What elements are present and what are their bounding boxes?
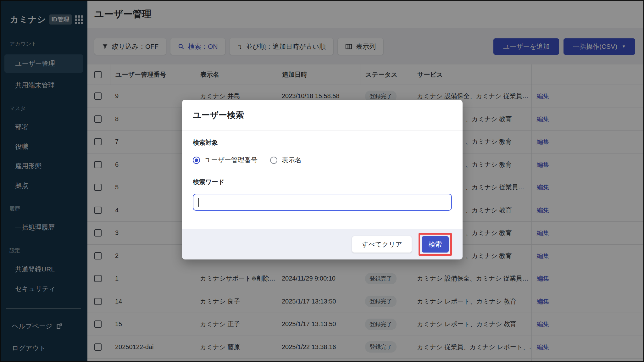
radio-unselected-icon[interactable] [270,157,277,164]
text-cursor [198,198,199,207]
radio-selected-icon[interactable] [193,157,200,164]
clear-all-button[interactable]: すべてクリア [352,236,412,253]
click-annotation-box: 検索 [419,233,452,256]
radio-option-user-id[interactable]: ユーザー管理番号 [193,156,258,164]
search-target-label: 検索対象 [193,138,452,147]
radio-option-display-name[interactable]: 表示名 [270,156,302,164]
modal-header: ユーザー検索 [182,100,463,131]
search-submit-button[interactable]: 検索 [422,236,449,253]
user-search-modal: ユーザー検索 検索対象 ユーザー管理番号 表示名 検索ワード すべてクリア 検索 [182,100,463,259]
modal-body: 検索対象 ユーザー管理番号 表示名 検索ワード [182,131,463,211]
search-target-radio-group: ユーザー管理番号 表示名 [193,156,452,164]
keyword-input[interactable] [193,194,452,211]
modal-footer: すべてクリア 検索 [182,229,463,259]
radio-option-display-name-label: 表示名 [282,156,302,164]
radio-option-user-id-label: ユーザー管理番号 [204,156,258,164]
keyword-label: 検索ワード [193,178,452,186]
modal-title: ユーザー検索 [193,109,244,121]
